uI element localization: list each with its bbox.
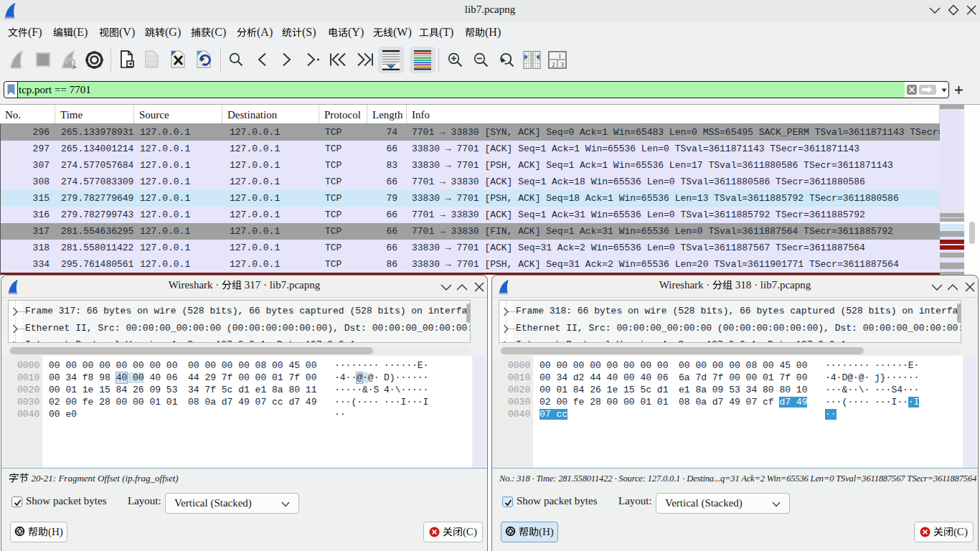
svg-text:2: 2: [552, 61, 555, 68]
svg-text:1: 1: [558, 52, 562, 60]
svg-text:0111: 0111: [147, 63, 156, 67]
svg-text:3: 3: [561, 61, 565, 68]
